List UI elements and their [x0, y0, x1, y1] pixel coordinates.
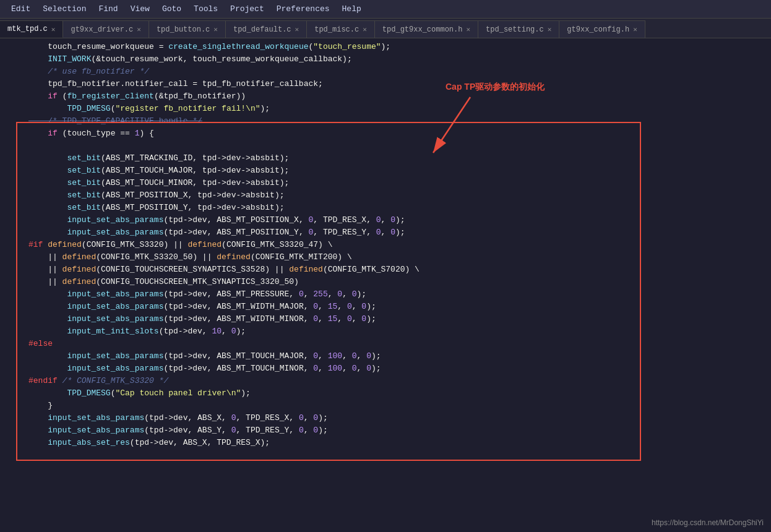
- menu-tools[interactable]: Tools: [187, 0, 224, 18]
- tab-label: gt9xx_config.h: [567, 25, 629, 34]
- tab-label: tpd_misc.c: [314, 25, 359, 34]
- code-line: input_mt_init_slots(tpd->dev, 10, 0);: [0, 325, 771, 338]
- tab-bar: mtk_tpd.c ✕ gt9xx_driver.c ✕ tpd_button.…: [0, 19, 771, 38]
- code-line: input_set_abs_params(tpd->dev, ABS_MT_TO…: [0, 363, 771, 375]
- code-line: input_set_abs_params(tpd->dev, ABS_MT_PR…: [0, 288, 771, 301]
- tab-close-icon[interactable]: ✕: [137, 25, 141, 33]
- menu-view[interactable]: View: [124, 0, 156, 18]
- tab-gt9xx-config[interactable]: gt9xx_config.h ✕: [559, 20, 645, 38]
- code-line: input_set_abs_params(tpd->dev, ABS_Y, 0,…: [0, 424, 771, 437]
- tab-close-icon[interactable]: ✕: [548, 25, 552, 33]
- tab-label: tpd_gt9xx_common.h: [382, 25, 463, 34]
- tab-gt9xx-driver[interactable]: gt9xx_driver.c ✕: [63, 20, 149, 38]
- code-line: set_bit(ABS_MT_TOUCH_MINOR, tpd->dev->ab…: [0, 177, 771, 189]
- code-line: #else: [0, 338, 771, 350]
- code-line: || defined(CONFIG_TOUCHSCREEN_SYNAPTICS_…: [0, 264, 771, 276]
- menu-edit[interactable]: Edit: [5, 0, 37, 18]
- svg-line-1: [433, 97, 470, 153]
- code-line: #endif /* CONFIG_MTK_S3320 */: [0, 375, 771, 387]
- tab-close-icon[interactable]: ✕: [633, 25, 637, 33]
- tab-close-icon[interactable]: ✕: [363, 25, 367, 33]
- code-line: input_set_abs_params(tpd->dev, ABS_MT_TO…: [0, 350, 771, 363]
- code-line: if (touch_type == 1) {: [0, 127, 771, 140]
- code-line: input_set_abs_params(tpd->dev, ABS_MT_WI…: [0, 313, 771, 325]
- code-line: [0, 140, 771, 152]
- menu-preferences[interactable]: Preferences: [270, 0, 336, 18]
- code-line: set_bit(ABS_MT_POSITION_Y, tpd->dev->abs…: [0, 202, 771, 214]
- code-line: /* use fb_notifier */: [0, 66, 771, 78]
- tab-tpd-button[interactable]: tpd_button.c ✕: [149, 20, 226, 38]
- code-line: touch_resume_workqueue = create_singleth…: [0, 41, 771, 53]
- tab-mtk-tpd[interactable]: mtk_tpd.c ✕: [0, 20, 63, 38]
- tab-label: mtk_tpd.c: [7, 25, 48, 33]
- code-line: input_set_abs_params(tpd->dev, ABS_MT_WI…: [0, 301, 771, 313]
- code-line: #if defined(CONFIG_MTK_S3320) || defined…: [0, 239, 771, 251]
- code-line: || defined(CONFIG_TOUCHSCREEN_MTK_SYNAPT…: [0, 276, 771, 288]
- code-line: TPD_DMESG("Cap touch panel driver\n");: [0, 387, 771, 400]
- code-line: input_set_abs_params(tpd->dev, ABS_X, 0,…: [0, 412, 771, 424]
- tab-close-icon[interactable]: ✕: [51, 25, 56, 33]
- tab-tpd-gt9xx-common[interactable]: tpd_gt9xx_common.h ✕: [375, 20, 478, 38]
- tab-label: tpd_button.c: [157, 25, 210, 34]
- code-line: set_bit(ABS_MT_POSITION_X, tpd->dev->abs…: [0, 189, 771, 202]
- code-line: if (fb_register_client(&tpd_fb_notifier)…: [0, 90, 771, 103]
- code-line: }: [0, 400, 771, 412]
- menu-help[interactable]: Help: [336, 0, 368, 18]
- code-line: set_bit(ABS_MT_TOUCH_MAJOR, tpd->dev->ab…: [0, 165, 771, 177]
- annotation-arrow: [421, 97, 520, 171]
- tab-label: gt9xx_driver.c: [71, 25, 133, 34]
- menu-project[interactable]: Project: [224, 0, 270, 18]
- code-line: TPD_DMESG("register fb_notifier fail!\n"…: [0, 103, 771, 115]
- code-line: /* TPD_TYPE_CAPACITIVE handle */: [0, 115, 771, 127]
- tab-tpd-default[interactable]: tpd_default.c ✕: [226, 20, 307, 38]
- menu-selection[interactable]: Selection: [37, 0, 92, 18]
- code-line: input_set_abs_params(tpd->dev, ABS_MT_PO…: [0, 226, 771, 239]
- code-line: || defined(CONFIG_MTK_S3320_50) || defin…: [0, 251, 771, 264]
- watermark: https://blog.csdn.net/MrDongShiYi: [652, 518, 764, 527]
- tab-close-icon[interactable]: ✕: [466, 25, 470, 33]
- tab-close-icon[interactable]: ✕: [213, 25, 218, 33]
- code-line: input_abs_set_res(tpd->dev, ABS_X, TPD_R…: [0, 437, 771, 449]
- tab-tpd-setting[interactable]: tpd_setting.c ✕: [478, 20, 559, 38]
- code-line: set_bit(ABS_MT_TRACKING_ID, tpd->dev->ab…: [0, 152, 771, 165]
- tab-tpd-misc[interactable]: tpd_misc.c ✕: [307, 20, 375, 38]
- menu-bar: Edit Selection Find View Goto Tools Proj…: [0, 0, 771, 19]
- code-line: tpd_fb_notifier.notifier_call = tpd_fb_n…: [0, 78, 771, 90]
- code-line: input_set_abs_params(tpd->dev, ABS_MT_PO…: [0, 214, 771, 226]
- tab-label: tpd_default.c: [233, 25, 291, 34]
- menu-goto[interactable]: Goto: [156, 0, 187, 18]
- tab-close-icon[interactable]: ✕: [295, 25, 299, 33]
- menu-find[interactable]: Find: [92, 0, 124, 18]
- tab-label: tpd_setting.c: [486, 25, 544, 34]
- code-line: INIT_WORK(&touch_resume_work, touch_resu…: [0, 53, 771, 66]
- code-editor[interactable]: touch_resume_workqueue = create_singleth…: [0, 38, 771, 532]
